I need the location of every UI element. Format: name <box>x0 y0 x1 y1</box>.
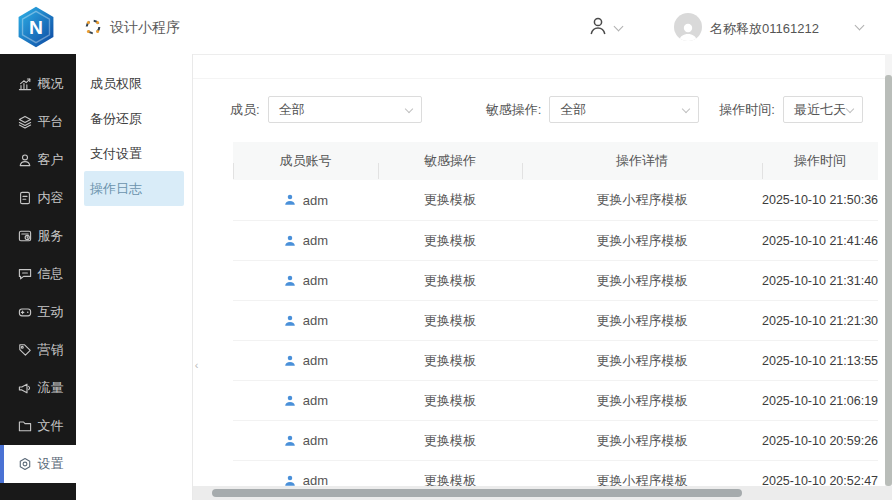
cell-action-time: 2025-10-10 20:59:26 <box>762 434 878 448</box>
sidebar-item[interactable]: 平台 <box>0 103 76 141</box>
submenu-item[interactable]: 备份还原 <box>76 101 192 136</box>
cell-action-time: 2025-10-10 21:41:46 <box>762 234 878 248</box>
vertical-scrollbar-thumb[interactable] <box>885 75 892 486</box>
horizontal-scrollbar-thumb[interactable] <box>212 489 742 497</box>
table-row[interactable]: adm 更换模板 更换小程序模板 2025-10-10 21:21:30 <box>233 300 878 340</box>
sidebar-collapse-handle[interactable]: ‹ <box>191 350 202 380</box>
user-avatar[interactable] <box>674 13 702 41</box>
sidebar-item-label: 平台 <box>38 113 64 131</box>
cell-member-account: adm <box>233 273 378 288</box>
submenu-item[interactable]: 支付设置 <box>76 136 192 171</box>
cell-action-time: 2025-10-10 21:21:30 <box>762 314 878 328</box>
chevron-down-icon <box>682 105 690 113</box>
submenu-item-label: 操作日志 <box>90 181 142 196</box>
sidebar-item-label: 文件 <box>38 417 64 435</box>
marketing-tag-icon <box>17 342 33 358</box>
sidebar-item[interactable]: 营销 <box>0 331 76 369</box>
top-bar: N 设计小程序 名称释放01161212 <box>0 0 892 54</box>
filter-select[interactable]: 全部 <box>549 96 699 123</box>
chevron-down-icon <box>404 105 412 113</box>
sidebar-item[interactable]: 内容 <box>0 179 76 217</box>
overview-chart-icon <box>17 76 33 92</box>
cell-action-detail: 更换小程序模板 <box>522 191 762 209</box>
user-icon <box>283 274 297 288</box>
table-row[interactable]: adm 更换模板 更换小程序模板 2025-10-10 20:59:26 <box>233 420 878 460</box>
sidebar-item[interactable]: 信息 <box>0 255 76 293</box>
header-divider <box>193 54 892 55</box>
cell-member-account: adm <box>233 233 378 248</box>
member-account-text: adm <box>303 313 328 328</box>
table-row[interactable]: adm 更换模板 更换小程序模板 2025-10-10 21:50:36 <box>233 180 878 220</box>
app-title[interactable]: 设计小程序 <box>110 19 180 37</box>
table-header-cell: 成员账号 <box>233 152 378 170</box>
table-header: 成员账号 敏感操作 操作详情 操作时间 <box>233 142 878 180</box>
mini-program-icon <box>84 18 102 36</box>
operation-log-table: 成员账号 敏感操作 操作详情 操作时间 <box>233 142 878 500</box>
filter: 敏感操作: 全部 <box>486 96 700 123</box>
account-menu[interactable] <box>588 15 622 37</box>
sidebar-item-label: 设置 <box>38 455 64 473</box>
chevron-down-icon[interactable] <box>855 21 865 31</box>
sidebar-item-label: 内容 <box>38 189 64 207</box>
user-icon <box>283 193 297 207</box>
filter-select[interactable]: 最近七天 <box>783 96 863 123</box>
vertical-scrollbar-track[interactable] <box>885 54 892 486</box>
submenu-item[interactable]: 成员权限 <box>76 66 192 101</box>
cell-member-account: adm <box>233 433 378 448</box>
sidebar-item[interactable]: 互动 <box>0 293 76 331</box>
submenu-item-label: 成员权限 <box>90 76 142 91</box>
chevron-down-icon <box>846 105 854 113</box>
cell-action-detail: 更换小程序模板 <box>522 392 762 410</box>
filter-select-value: 最近七天 <box>794 101 846 119</box>
member-account-text: adm <box>303 433 328 448</box>
table-row[interactable]: adm 更换模板 更换小程序模板 2025-10-10 21:31:40 <box>233 260 878 300</box>
table-row[interactable]: adm 更换模板 更换小程序模板 2025-10-10 21:06:19 <box>233 380 878 420</box>
cell-sensitive-action: 更换模板 <box>378 352 522 370</box>
sidebar-item[interactable]: 文件 <box>0 407 76 445</box>
sidebar-item[interactable]: 客户 <box>0 141 76 179</box>
filter: 成员: 全部 <box>230 96 422 123</box>
cell-member-account: adm <box>233 353 378 368</box>
sidebar-item-label: 服务 <box>38 227 64 245</box>
sidebar-item-label: 流量 <box>38 379 64 397</box>
user-icon <box>283 234 297 248</box>
sidebar-item[interactable]: 流量 <box>0 369 76 407</box>
service-icon <box>17 228 33 244</box>
submenu-item-label: 备份还原 <box>90 111 142 126</box>
brand-logo-icon: N <box>14 5 58 49</box>
sidebar-item-label: 概况 <box>38 75 64 93</box>
table-body: adm 更换模板 更换小程序模板 2025-10-10 21:50:36 <box>233 180 878 500</box>
subheader-divider <box>193 78 892 79</box>
user-icon <box>283 434 297 448</box>
files-folder-icon <box>17 418 33 434</box>
table-row[interactable]: adm 更换模板 更换小程序模板 2025-10-10 21:13:55 <box>233 340 878 380</box>
sidebar-item-label: 信息 <box>38 265 64 283</box>
filter: 操作时间: 最近七天 <box>719 96 863 123</box>
table-header-cell: 敏感操作 <box>378 152 522 170</box>
cell-sensitive-action: 更换模板 <box>378 191 522 209</box>
filter-select[interactable]: 全部 <box>268 96 422 123</box>
cell-action-detail: 更换小程序模板 <box>522 352 762 370</box>
filter-label: 成员: <box>230 101 260 119</box>
sidebar-item[interactable]: 设置 <box>0 445 76 483</box>
sidebar-item-label: 营销 <box>38 341 64 359</box>
chevron-down-icon <box>614 21 624 31</box>
cell-action-detail: 更换小程序模板 <box>522 232 762 250</box>
person-icon <box>588 15 608 37</box>
user-icon <box>283 394 297 408</box>
horizontal-scrollbar-track[interactable] <box>193 486 892 500</box>
traffic-megaphone-icon <box>17 380 33 396</box>
cell-action-time: 2025-10-10 21:31:40 <box>762 274 878 288</box>
user-icon <box>283 354 297 368</box>
sidebar-item[interactable]: 概况 <box>0 65 76 103</box>
message-bubble-icon <box>17 266 33 282</box>
member-account-text: adm <box>303 193 328 208</box>
member-account-text: adm <box>303 353 328 368</box>
user-name[interactable]: 名称释放01161212 <box>710 20 819 38</box>
sidebar-item[interactable]: 服务 <box>0 217 76 255</box>
table-row[interactable]: adm 更换模板 更换小程序模板 2025-10-10 21:41:46 <box>233 220 878 260</box>
table-header-cell: 操作时间 <box>762 152 878 170</box>
cell-action-detail: 更换小程序模板 <box>522 272 762 290</box>
cell-action-time: 2025-10-10 21:06:19 <box>762 394 878 408</box>
submenu-item[interactable]: 操作日志 <box>84 171 184 206</box>
